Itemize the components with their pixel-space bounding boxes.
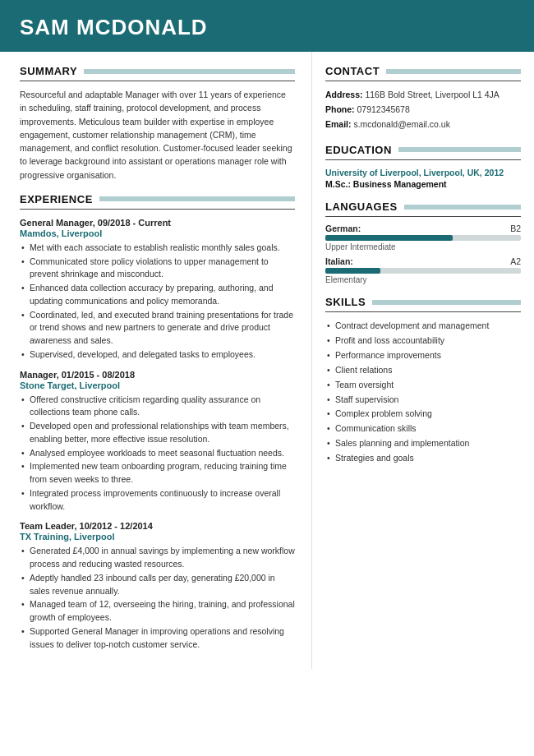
language-description: Upper Intermediate [325, 242, 521, 251]
list-item: Implemented new team onboarding program,… [21, 460, 295, 486]
list-item: Staff supervision [327, 393, 521, 408]
contact-title: CONTACT [325, 65, 521, 77]
job-bullets: Met with each associate to establish rea… [20, 242, 295, 362]
job-entry: Team Leader, 10/2012 - 12/2014TX Trainin… [20, 521, 295, 651]
list-item: Coordinated, led, and executed brand tra… [21, 309, 295, 348]
list-item: Communicated store policy violations to … [21, 256, 295, 282]
languages-title: LANGUAGES [325, 201, 521, 213]
language-bar-background [325, 268, 521, 274]
language-row: Italian:A2 [325, 256, 521, 266]
list-item: Supervised, developed, and delegated tas… [21, 348, 295, 362]
phone-label: Phone: [325, 104, 355, 114]
summary-divider [20, 81, 295, 81]
address-value: 116B Bold Street, Liverpool L1 4JA [365, 90, 499, 99]
email-label: Email: [325, 119, 352, 129]
experience-divider [20, 209, 295, 210]
contact-email: Email: s.mcdonald@email.co.uk [325, 118, 521, 132]
experience-title: EXPERIENCE [20, 193, 295, 205]
list-item: Developed open and professional relation… [21, 420, 295, 446]
edu-school: University of Liverpool, Liverpool, UK, … [325, 167, 521, 180]
contact-phone: Phone: 07912345678 [325, 103, 521, 118]
job-bullets: Generated £4,000 in annual savings by im… [20, 545, 295, 651]
list-item: Strategies and goals [327, 451, 521, 466]
list-item: Complex problem solving [327, 407, 521, 422]
list-item: Client relations [327, 363, 521, 378]
body-layout: SUMMARY Resourceful and adaptable Manage… [0, 52, 534, 669]
education-section: EDUCATION University of Liverpool, Liver… [325, 144, 521, 190]
list-item: Supported General Manager in improving o… [21, 625, 295, 652]
language-item: Italian:A2Elementary [325, 256, 521, 284]
list-item: Generated £4,000 in annual savings by im… [21, 545, 295, 571]
list-item: Performance improvements [327, 348, 521, 363]
education-divider [325, 159, 521, 160]
email-value: s.mcdonald@email.co.uk [353, 119, 449, 129]
summary-section: SUMMARY Resourceful and adaptable Manage… [20, 65, 295, 182]
language-bar-fill [325, 235, 453, 241]
resume-header: SAM MCDONALD [0, 0, 534, 52]
job-company: TX Training, Liverpool [20, 532, 295, 542]
language-item: German:B2Upper Intermediate [325, 224, 521, 251]
summary-text: Resourceful and adaptable Manager with o… [20, 88, 295, 182]
list-item: Offered constructive criticism regarding… [21, 394, 295, 420]
list-item: Sales planning and implementation [327, 436, 521, 451]
job-title: Team Leader, 10/2012 - 12/2014 [20, 521, 295, 531]
languages-container: German:B2Upper IntermediateItalian:A2Ele… [325, 224, 521, 284]
address-label: Address: [325, 90, 363, 99]
job-company: Stone Target, Liverpool [20, 380, 295, 390]
phone-value: 07912345678 [357, 104, 410, 114]
contact-section: CONTACT Address: 116B Bold Street, Liver… [325, 65, 521, 132]
list-item: Managed team of 12, overseeing the hirin… [21, 598, 295, 625]
candidate-name: SAM MCDONALD [20, 15, 514, 40]
right-column: CONTACT Address: 116B Bold Street, Liver… [312, 52, 534, 669]
left-column: SUMMARY Resourceful and adaptable Manage… [0, 52, 312, 669]
skills-list: Contract development and managementProfi… [325, 319, 521, 465]
language-description: Elementary [325, 275, 521, 284]
skills-title: SKILLS [325, 296, 521, 308]
resume-page: SAM MCDONALD SUMMARY Resourceful and ada… [0, 0, 534, 756]
list-item: Communication skills [327, 422, 521, 436]
list-item: Met with each associate to establish rea… [21, 242, 295, 255]
summary-title: SUMMARY [20, 65, 295, 77]
jobs-container: General Manager, 09/2018 - CurrentMamdos… [20, 218, 295, 652]
job-entry: General Manager, 09/2018 - CurrentMamdos… [20, 218, 295, 362]
experience-section: EXPERIENCE General Manager, 09/2018 - Cu… [20, 193, 295, 652]
language-code: A2 [510, 256, 521, 266]
list-item: Enhanced data collection accuracy by pre… [21, 282, 295, 308]
job-entry: Manager, 01/2015 - 08/2018Stone Target, … [20, 370, 295, 514]
list-item: Team oversight [327, 378, 521, 393]
list-item: Analysed employee workloads to meet seas… [21, 447, 295, 460]
language-name: German: [325, 224, 361, 233]
languages-divider [325, 216, 521, 217]
language-row: German:B2 [325, 224, 521, 233]
languages-section: LANGUAGES German:B2Upper IntermediateIta… [325, 201, 521, 284]
job-title: Manager, 01/2015 - 08/2018 [20, 370, 295, 380]
list-item: Contract development and management [327, 319, 521, 334]
language-name: Italian: [325, 256, 353, 266]
language-code: B2 [510, 224, 521, 233]
list-item: Profit and loss accountability [327, 334, 521, 348]
education-title: EDUCATION [325, 144, 521, 156]
job-bullets: Offered constructive criticism regarding… [20, 394, 295, 514]
contact-divider [325, 81, 521, 81]
job-title: General Manager, 09/2018 - Current [20, 218, 295, 228]
edu-degree: M.Sc.: Business Management [325, 179, 521, 189]
contact-address: Address: 116B Bold Street, Liverpool L1 … [325, 88, 521, 103]
language-bar-background [325, 235, 521, 241]
list-item: Adeptly handled 23 inbound calls per day… [21, 572, 295, 598]
language-bar-fill [325, 268, 380, 274]
list-item: Integrated process improvements continuo… [21, 487, 295, 514]
job-company: Mamdos, Liverpool [20, 228, 295, 238]
skills-divider [325, 311, 521, 312]
skills-section: SKILLS Contract development and manageme… [325, 296, 521, 465]
